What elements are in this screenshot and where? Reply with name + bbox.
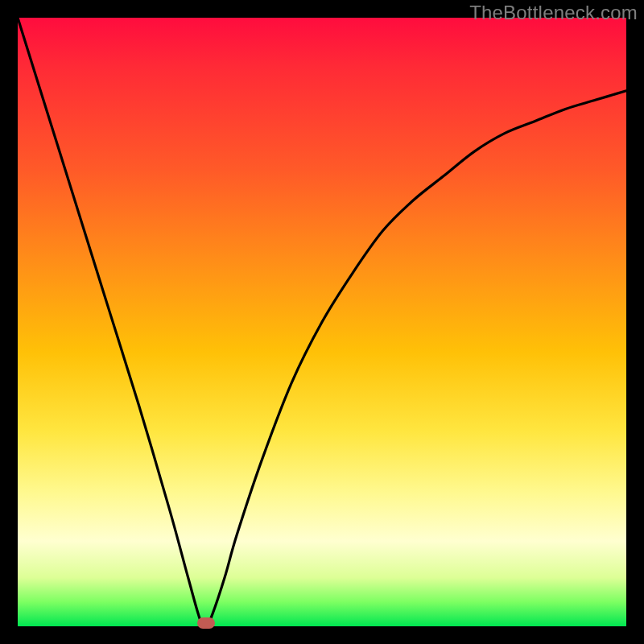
bottleneck-curve xyxy=(18,18,626,626)
chart-frame: TheBottleneck.com xyxy=(0,0,644,644)
watermark-text: TheBottleneck.com xyxy=(469,2,638,24)
optimal-point-marker xyxy=(197,617,215,629)
plot-area xyxy=(18,18,626,626)
